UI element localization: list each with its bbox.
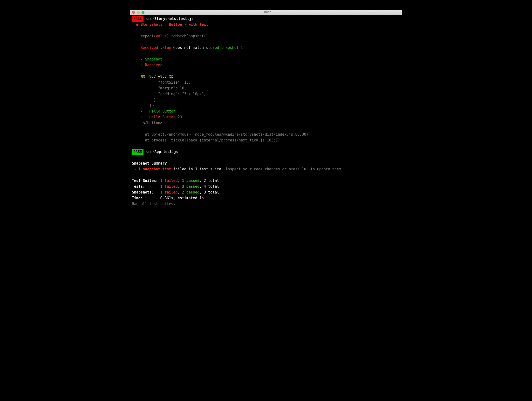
summary-failed: 1 snapshot test	[138, 167, 171, 171]
expect-pre: expect(	[141, 34, 156, 38]
ran-line: Ran all test suites.	[132, 201, 400, 207]
period: .	[243, 46, 245, 50]
bullet-icon: ●	[136, 22, 138, 27]
terminal-output[interactable]: FAIL src/Storyshots.test.js ● Storyshots…	[130, 15, 402, 216]
diff-minus-label: - Snapshot	[132, 56, 400, 62]
mismatch-text: does not match	[171, 46, 206, 50]
diff-deletion: - Hello Button	[132, 108, 400, 114]
diff-context: "margin": 10,	[132, 85, 400, 91]
summary-arrow: ›	[132, 167, 138, 171]
summary-hint: Inspect your code changes or press `u` t…	[225, 167, 343, 171]
diff-context: }	[132, 97, 400, 103]
snapshot-summary-line: › 1 snapshot test failed in 1 test suite…	[132, 166, 400, 172]
fail-path-dir: src/	[146, 17, 154, 21]
terminal-window: 3. node FAIL src/Storyshots.test.js ● St…	[130, 10, 402, 216]
time-row: Time: 0.361s, estimated 1s	[132, 195, 400, 201]
diff-context: </button>	[132, 120, 400, 126]
diff-plus-label: + Received	[132, 62, 400, 68]
stack-trace: at Object.<anonymous> (node_modules/@kad…	[132, 132, 400, 137]
pass-header: PASS src/App.test.js	[132, 149, 400, 155]
snapshots-row: Snapshots: 1 failed, 2 passed, 3 total	[132, 189, 400, 195]
window-title: 3. node	[130, 10, 402, 15]
diff-context: }>	[132, 103, 400, 108]
expect-value: value	[156, 34, 167, 38]
test-suites-row: Test Suites: 1 failed, 1 passed, 2 total	[132, 178, 400, 184]
failed-test-title: ● Storyshots › Button › with text	[132, 22, 400, 27]
fail-header: FAIL src/Storyshots.test.js	[132, 16, 400, 22]
tests-row: Tests: 1 failed, 3 passed, 4 total	[132, 184, 400, 189]
diff-addition: + Hello Button 23	[132, 114, 400, 120]
window-titlebar[interactable]: 3. node	[130, 10, 402, 15]
pass-path-file: App.test.js	[154, 150, 178, 154]
stored-snapshot: stored snapshot 1	[206, 46, 243, 50]
fail-path-file: Storyshots.test.js	[154, 17, 194, 21]
fail-test-name: Storyshots › Button › with text	[141, 22, 208, 27]
received-value: Received value	[141, 46, 171, 50]
expect-line: expect(value).toMatchSnapshot()	[132, 33, 400, 39]
pass-path-dir: src/	[146, 150, 154, 154]
stack-trace: at process._tickCallback (internal/proce…	[132, 137, 400, 143]
fail-badge: FAIL	[132, 16, 143, 22]
expect-post: ).toMatchSnapshot()	[167, 34, 208, 38]
summary-rest: failed in 1 test suite.	[171, 167, 226, 171]
diff-context: "fontSize": 15,	[132, 80, 400, 85]
snapshot-summary-title: Snapshot Summary	[132, 160, 400, 166]
mismatch-line: Received value does not match stored sna…	[132, 45, 400, 51]
diff-hunk: @@ -9,7 +9,7 @@	[132, 74, 400, 80]
pass-badge: PASS	[132, 149, 143, 155]
diff-context: "padding": "3px 10px",	[132, 91, 400, 97]
